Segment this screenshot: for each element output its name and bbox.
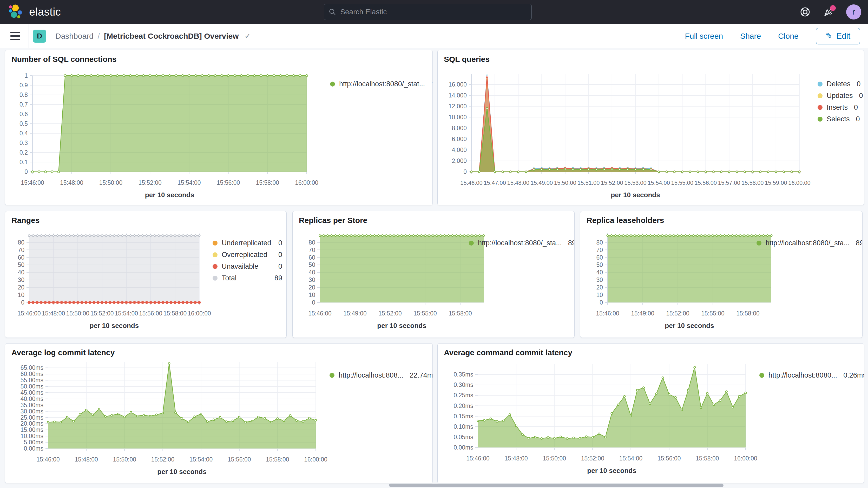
svg-text:50: 50 (18, 262, 24, 268)
svg-text:15:52:00: 15:52:00 (666, 310, 689, 317)
logo-wordmark: elastic (29, 6, 61, 18)
log-commit-latency-chart[interactable]: 15:46:0015:48:0015:50:0015:52:0015:54:00… (5, 343, 432, 483)
legend-series-label: Updates (827, 92, 853, 100)
user-avatar[interactable]: r (846, 4, 861, 20)
sql-connections-chart[interactable]: 15:46:0015:48:0015:50:0015:52:0015:54:00… (5, 50, 432, 205)
svg-text:0.00ms: 0.00ms (454, 444, 473, 451)
svg-text:5.00ms: 5.00ms (24, 439, 43, 446)
svg-text:20.00ms: 20.00ms (21, 420, 43, 427)
legend-item[interactable]: Unavailable0 (213, 261, 282, 272)
panel-title[interactable]: Number of SQL connections (11, 55, 117, 64)
replica-leaseholders-chart[interactable]: 15:46:0015:49:0015:52:0015:55:0015:58:00… (580, 211, 862, 338)
svg-text:50.00ms: 50.00ms (21, 383, 43, 390)
panel-title[interactable]: Ranges (11, 216, 39, 225)
svg-text:0.8: 0.8 (20, 91, 28, 98)
svg-text:16:00:00: 16:00:00 (304, 456, 328, 463)
legend-item[interactable]: Deletes0 (817, 78, 858, 90)
legend-series-value: 0 (850, 80, 861, 88)
chart-legend: http://localhost:808...22.74ms (330, 369, 432, 381)
svg-text:12,000: 12,000 (448, 103, 467, 110)
svg-text:0: 0 (312, 299, 315, 306)
svg-text:15:58:00: 15:58:00 (741, 180, 764, 186)
svg-text:20: 20 (18, 284, 24, 291)
svg-text:per 10 seconds: per 10 seconds (157, 468, 206, 476)
menu-button[interactable] (10, 32, 20, 40)
breadcrumb-dashboard-link[interactable]: Dashboard (55, 32, 94, 40)
legend-item[interactable]: Inserts0 (817, 101, 858, 113)
legend-item[interactable]: http://localhost:8080/_stat...1 (330, 78, 429, 90)
legend-series-label: http://localhost:8080/_sta... (766, 239, 849, 247)
legend-item[interactable]: http://localhost:808...22.74ms (330, 369, 432, 381)
clone-button[interactable]: Clone (778, 32, 798, 40)
svg-text:0.4: 0.4 (20, 130, 28, 137)
svg-text:40: 40 (308, 269, 315, 276)
newsfeed-button[interactable] (823, 6, 834, 18)
svg-text:15:50:00: 15:50:00 (66, 310, 89, 317)
svg-text:16:00:00: 16:00:00 (734, 455, 757, 462)
legend-series-dot (469, 241, 474, 246)
panel-title[interactable]: Average log commit latency (11, 348, 115, 357)
panel-title[interactable]: Replicas per Store (299, 216, 367, 225)
svg-text:15:52:00: 15:52:00 (90, 310, 114, 317)
breadcrumb: Dashboard / [Metricbeat CockroachDB] Ove… (55, 31, 251, 40)
svg-text:15:49:00: 15:49:00 (531, 180, 553, 186)
panel-title[interactable]: SQL queries (444, 55, 490, 64)
svg-text:15:47:00: 15:47:00 (484, 180, 506, 186)
legend-series-dot (817, 82, 823, 87)
panel-average-command-commit-latency: Average command commit latency 15:46:001… (437, 343, 864, 483)
legend-item[interactable]: Total89 (213, 272, 282, 284)
legend-item[interactable]: http://localhost:8080...0.26ms (760, 369, 858, 381)
svg-text:0.35ms: 0.35ms (454, 371, 473, 378)
full-screen-button[interactable]: Full screen (685, 32, 723, 40)
search-input[interactable] (340, 7, 527, 17)
legend-item[interactable]: Overreplicated0 (213, 249, 282, 261)
header-actions: r (799, 0, 861, 24)
svg-text:30: 30 (596, 276, 603, 283)
legend-item[interactable]: Underreplicated0 (213, 237, 282, 249)
legend-item[interactable]: http://localhost:8080/_sta...89 (756, 237, 858, 249)
panel-title[interactable]: Replica leaseholders (587, 216, 664, 225)
legend-series-dot (817, 93, 823, 98)
svg-text:15:50:00: 15:50:00 (543, 455, 566, 462)
svg-text:15:50:00: 15:50:00 (113, 456, 136, 463)
svg-text:15:52:00: 15:52:00 (151, 456, 175, 463)
svg-text:6,000: 6,000 (452, 135, 467, 143)
toolbar-divider (29, 24, 29, 48)
svg-text:per 10 seconds: per 10 seconds (665, 322, 714, 330)
svg-text:0: 0 (463, 169, 467, 175)
space-switcher[interactable]: D (33, 30, 46, 42)
svg-text:40: 40 (18, 269, 24, 276)
svg-text:per 10 seconds: per 10 seconds (587, 467, 636, 475)
svg-text:2,000: 2,000 (452, 157, 467, 164)
replicas-per-store-chart[interactable]: 15:46:0015:49:0015:52:0015:55:0015:58:00… (292, 211, 574, 338)
sql-queries-chart[interactable]: 15:46:0015:47:0015:48:0015:49:0015:50:00… (438, 50, 864, 205)
horizontal-scrollbar-thumb[interactable] (389, 484, 723, 487)
legend-item[interactable]: Selects0 (817, 113, 858, 125)
svg-text:0.1: 0.1 (20, 159, 28, 165)
chart-legend: http://localhost:8080/_stat...1 (330, 78, 429, 90)
legend-item[interactable]: Updates0 (817, 90, 858, 101)
svg-text:20: 20 (596, 284, 603, 291)
svg-text:15:48:00: 15:48:00 (74, 456, 98, 463)
svg-text:0.7: 0.7 (20, 101, 28, 108)
svg-text:15:54:00: 15:54:00 (178, 179, 201, 186)
elastic-logo[interactable]: elastic (7, 3, 61, 21)
panel-title[interactable]: Average command commit latency (444, 348, 572, 357)
legend-series-label: Inserts (827, 103, 848, 112)
share-button[interactable]: Share (740, 32, 761, 40)
panel-replica-leaseholders: Replica leaseholders 15:46:0015:49:0015:… (580, 211, 863, 338)
legend-series-label: http://localhost:808... (339, 371, 403, 379)
legend-item[interactable]: http://localhost:8080/_sta...89 (469, 237, 571, 249)
chart-legend: http://localhost:8080/_sta...89 (469, 237, 571, 249)
help-button[interactable] (799, 6, 811, 18)
saved-check-icon[interactable]: ✓ (245, 31, 251, 40)
svg-text:15:56:00: 15:56:00 (139, 310, 162, 317)
global-search[interactable] (324, 4, 532, 20)
command-commit-latency-chart[interactable]: 15:46:0015:48:0015:50:0015:52:0015:54:00… (438, 343, 864, 483)
edit-button[interactable]: ✎ Edit (816, 28, 860, 44)
svg-text:40.00ms: 40.00ms (21, 396, 43, 402)
svg-text:50: 50 (308, 262, 315, 268)
panel-average-log-commit-latency: Average log commit latency 15:46:0015:48… (5, 343, 433, 483)
svg-text:15:46:00: 15:46:00 (596, 310, 619, 317)
legend-series-label: Underreplicated (222, 239, 271, 247)
